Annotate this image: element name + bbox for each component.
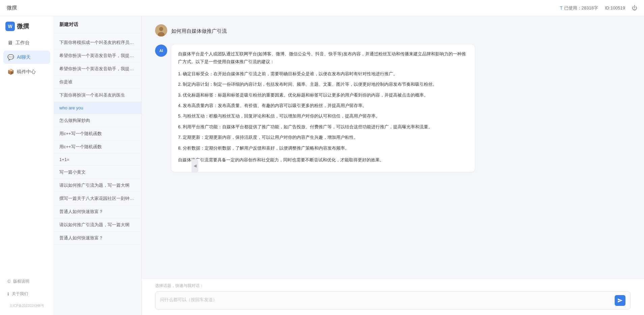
history-item[interactable]: 怎么做狗屎炒肉: [54, 114, 141, 127]
user-avatar: [155, 24, 167, 36]
sidebar-item-copyright[interactable]: © 版权说明: [3, 276, 50, 287]
workbench-icon: 🖥: [7, 40, 13, 46]
logo-w-icon: W: [5, 22, 15, 31]
history-item[interactable]: 希望你扮演一个英语发音助手，我提供给你...: [54, 49, 141, 62]
history-item[interactable]: 用c++写一个随机函数: [54, 140, 141, 154]
usage-icon: T: [560, 5, 563, 11]
ai-message-row: AI 自媒体平台是个人或团队通过互联网平台(如博客、微博、微信公众号、抖音、快手…: [155, 45, 631, 172]
chat-input[interactable]: [160, 296, 612, 305]
history-item[interactable]: 普通人如何快速致富？: [54, 205, 141, 218]
history-item[interactable]: 写一篇小黄文: [54, 166, 141, 179]
history-list: 下面你将模拟成一个叫圣友的程序员，我说...希望你扮演一个英语发音助手，我提供给…: [54, 33, 141, 315]
history-item[interactable]: 请以如何推广引流为题，写一篇大纲: [54, 179, 141, 192]
send-icon: [617, 298, 623, 303]
sidebar: W 微撰 🖥 工作台 💬 AI聊天 📦 稿件中心 © 版权说明 ℹ: [0, 16, 54, 315]
history-panel: 新建对话 下面你将模拟成一个叫圣友的程序员，我说...希望你扮演一个英语发音助手…: [54, 16, 142, 315]
sidebar-item-label-components: 稿件中心: [17, 69, 36, 75]
usage-display: T 已使用：28318字: [560, 5, 598, 11]
history-item[interactable]: 希望你扮演一个英语发音助手，我提供给你...: [54, 62, 141, 76]
ai-conclusion: 自媒体推广引流需要具备一定的内容创作和社交能力，同时也需要不断尝试和优化，才能取…: [178, 156, 468, 164]
history-item[interactable]: 用c++写一个随机函数: [54, 127, 141, 140]
ai-point: 5. 与粉丝互动：积极与粉丝互动，回复评论和私信，可以增加用户对你的认可和信任，…: [178, 112, 468, 120]
sidebar-logo: W 微撰: [0, 22, 54, 36]
logo-text: 微撰: [17, 22, 29, 30]
history-item[interactable]: 下面你将模拟成一个叫圣友的程序员，我说...: [54, 36, 141, 49]
about-icon: ℹ: [7, 292, 9, 296]
ai-intro: 自媒体平台是个人或团队通过互联网平台(如博客、微博、微信公众号、抖音、快手等)发…: [178, 50, 468, 66]
ai-point: 6. 利用平台推广功能：自媒体平台都提供了推广功能，如广告投放、付费推广等，可以…: [178, 123, 468, 131]
ai-point: 3. 优化标题和标签：标题和标签是吸引粉丝的重要因素。优化标题和标签可以让更多的…: [178, 91, 468, 99]
id-label: ID:100519: [605, 5, 625, 10]
sidebar-item-ai-chat[interactable]: 💬 AI聊天: [3, 51, 50, 64]
history-item[interactable]: 请以如何推广引流为题，写一篇大纲: [54, 218, 141, 232]
collapse-button[interactable]: ◀: [192, 159, 198, 173]
topbar-right: T 已使用：28318字 ID:100519 ⏻: [560, 5, 637, 11]
sidebar-item-label-workbench: 工作台: [16, 40, 30, 46]
ai-chat-icon: 💬: [7, 54, 14, 60]
chat-input-area: 选择话题，快速与我对话：: [142, 279, 644, 315]
quick-select-label: 选择话题，快速与我对话：: [155, 283, 631, 289]
sidebar-item-label-ai-chat: AI聊天: [17, 54, 31, 60]
input-wrapper: [155, 291, 631, 310]
history-item[interactable]: 撰写一篇关于八大家花园社区一刻钟便民生...: [54, 192, 141, 205]
ai-point: 8. 分析数据：定期分析数据，了解用户反馈和喜好，以便调整推广策略和内容发布频率…: [178, 144, 468, 152]
send-button[interactable]: [615, 295, 625, 306]
sidebar-nav: 🖥 工作台 💬 AI聊天 📦 稿件中心: [0, 36, 54, 276]
sidebar-footer-label-about: 关于我们: [12, 291, 28, 297]
sidebar-item-workbench[interactable]: 🖥 工作台: [3, 36, 50, 49]
ai-avatar: AI: [155, 45, 167, 57]
history-item[interactable]: 普通人如何快速致富？: [54, 232, 141, 245]
topbar-title: 微撰: [7, 5, 17, 11]
main-layout: W 微撰 🖥 工作台 💬 AI聊天 📦 稿件中心 © 版权说明 ℹ: [0, 16, 644, 315]
topbar: 微撰 T 已使用：28318字 ID:100519 ⏻: [0, 0, 644, 16]
ai-point: 1. 确定目标受众：在开始自媒体推广引流之前，需要明确目标受众是谁，以便在发布内…: [178, 70, 468, 78]
new-chat-button[interactable]: 新建对话: [54, 16, 141, 33]
sidebar-footer-label-copyright: 版权说明: [13, 279, 29, 284]
history-item[interactable]: who are you: [54, 102, 141, 114]
icp-text: 京ICP备2022019348号: [3, 301, 50, 310]
svg-point-1: [159, 27, 163, 31]
chat-area: 如何用自媒体做推广引流 AI 自媒体平台是个人或团队通过互联网平台(如博客、微博…: [142, 16, 644, 315]
sidebar-item-components[interactable]: 📦 稿件中心: [3, 65, 50, 78]
usage-label: 已使用：28318字: [564, 5, 598, 11]
copyright-icon: ©: [7, 279, 10, 284]
history-item[interactable]: 你是谁: [54, 76, 141, 89]
user-message-row: 如何用自媒体做推广引流: [155, 24, 631, 38]
ai-point: 7. 定期更新：定期更新内容，保持活跃度，可以让用户对你的内容产生兴趣，增加用户…: [178, 133, 468, 141]
ai-point: 2. 制定内容计划：制定一份详细的内容计划，包括发布时间、频率、主题、文案、图片…: [178, 80, 468, 88]
power-icon[interactable]: ⏻: [632, 5, 637, 11]
ai-points: 1. 确定目标受众：在开始自媒体推广引流之前，需要明确目标受众是谁，以便在发布内…: [178, 70, 468, 152]
sidebar-item-about[interactable]: ℹ 关于我们: [3, 288, 50, 299]
history-item[interactable]: 1+1=: [54, 154, 141, 166]
ai-message-bubble: 自媒体平台是个人或团队通过互联网平台(如博客、微博、微信公众号、抖音、快手等)发…: [171, 45, 475, 172]
ai-point: 4. 发布高质量内容：发布高质量、有价值、有趣的内容可以吸引更多的粉丝，并提高用…: [178, 102, 468, 109]
components-icon: 📦: [7, 69, 14, 75]
sidebar-footer: © 版权说明 ℹ 关于我们 京ICP备2022019348号: [0, 276, 54, 310]
user-message-text: 如何用自媒体做推广引流: [171, 24, 227, 38]
chat-messages: 如何用自媒体做推广引流 AI 自媒体平台是个人或团队通过互联网平台(如博客、微博…: [142, 16, 644, 279]
history-item[interactable]: 下面你将扮演一个名叫圣友的医生: [54, 89, 141, 102]
